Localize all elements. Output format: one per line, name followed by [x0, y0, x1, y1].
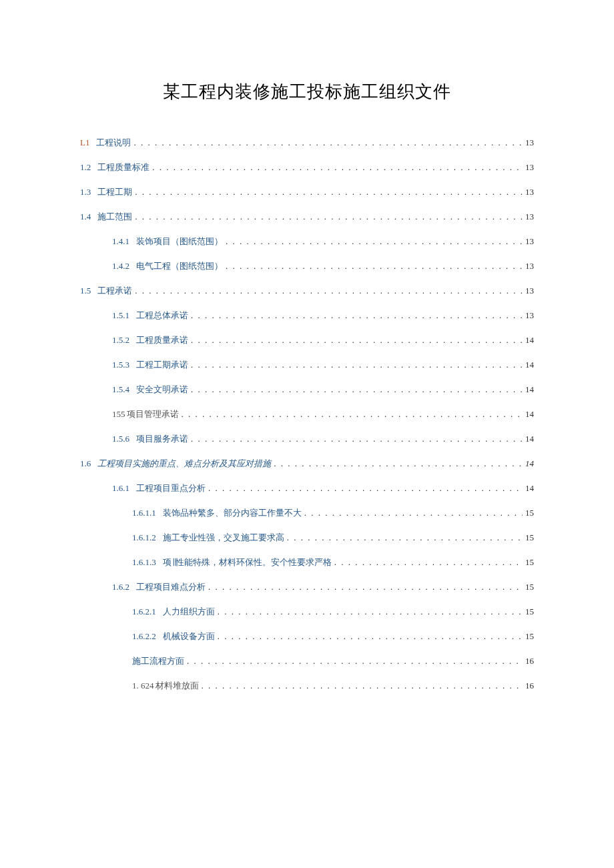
toc-number: 1.5: [80, 286, 91, 296]
toc-leader-dots: [226, 261, 523, 272]
toc-label: 装饰项目（图纸范围）: [136, 236, 223, 248]
toc-number: 1.6.2: [112, 582, 129, 592]
toc-number: 1.2: [80, 162, 91, 173]
toc-page-number: 14: [525, 458, 534, 469]
toc-leader-dots: [304, 508, 523, 518]
toc-leader-dots: [218, 631, 523, 642]
toc-leader-dots: [226, 236, 523, 247]
toc-number: 1.6: [80, 458, 91, 469]
toc-entry: 1.5.2工程质量承诺14: [80, 334, 534, 346]
toc-leader-dots: [152, 162, 523, 173]
toc-page-number: 16: [525, 681, 534, 691]
table-of-contents: L1工程说明131.2工程质量标准131.3工程工期131.4施工范围131.4…: [80, 137, 534, 692]
toc-entry: 1.5工程承诺13: [80, 285, 534, 297]
toc-entry: 1.6.2.1人力组织方面15: [80, 606, 534, 618]
toc-number: 1.5.6: [112, 434, 129, 444]
toc-label: 工程说明: [96, 137, 131, 149]
toc-number: 1. 624: [132, 681, 154, 691]
toc-leader-dots: [187, 656, 523, 667]
toc-page-number: 14: [525, 335, 534, 346]
toc-entry: 1.5.1工程总体承诺13: [80, 310, 534, 322]
toc-entry: 1.4.2电气工程（图纸范围）13: [80, 260, 534, 272]
toc-label: 装饰品种繁多、部分内容工作量不大: [163, 507, 302, 519]
toc-label: 项∣∣性能特殊，材料环保性。安个性要求严格: [163, 556, 332, 568]
toc-page-number: 15: [525, 508, 534, 518]
toc-label: 工程项目实施的重点、难点分析及其应对措施: [97, 458, 271, 470]
toc-leader-dots: [191, 360, 523, 370]
toc-label: 工程项目难点分析: [136, 581, 206, 593]
toc-label: 工程承诺: [97, 285, 132, 297]
toc-page-number: 13: [525, 236, 534, 247]
toc-page-number: 14: [525, 360, 534, 370]
toc-number: 1.5.4: [112, 384, 129, 395]
toc-leader-dots: [334, 557, 523, 568]
toc-entry: 1.3工程工期13: [80, 186, 534, 198]
toc-leader-dots: [208, 582, 523, 592]
toc-entry: 1. 624材料堆放面16: [80, 680, 534, 692]
toc-entry: 1.4.1装饰项目（图纸范围）13: [80, 236, 534, 248]
toc-label: 工程总体承诺: [136, 310, 188, 322]
toc-number: 1.5.1: [112, 310, 129, 321]
toc-label: 材料堆放面: [156, 680, 199, 692]
toc-page-number: 15: [525, 532, 534, 543]
toc-leader-dots: [133, 137, 523, 148]
toc-number: 1.4.2: [112, 261, 129, 272]
toc-leader-dots: [191, 434, 523, 444]
toc-page-number: 14: [525, 409, 534, 420]
toc-label: 工程工期: [97, 186, 132, 198]
toc-number: 1.4.1: [112, 236, 129, 247]
toc-page-number: 13: [525, 261, 534, 272]
toc-leader-dots: [287, 532, 523, 543]
toc-entry: 1.6工程项目实施的重点、难点分析及其应对措施14: [80, 458, 534, 470]
toc-leader-dots: [191, 384, 523, 395]
toc-label: 工程质量标准: [97, 161, 149, 173]
toc-label: 项目管理承诺: [127, 408, 179, 420]
toc-leader-dots: [191, 335, 523, 346]
toc-entry: 1.6.2.2机械设备方面15: [80, 630, 534, 642]
toc-number: 1.3: [80, 187, 91, 197]
toc-label: 机械设备方面: [163, 630, 215, 642]
toc-entry: 1.6.1.2施工专业性强，交叉施工要求高15: [80, 532, 534, 544]
toc-page-number: 15: [525, 606, 534, 617]
toc-number: 1.5.3: [112, 360, 129, 370]
toc-entry: 1.6.1工程项目重点分析14: [80, 482, 534, 494]
toc-page-number: 13: [525, 137, 534, 148]
toc-label: 工程工期承诺: [136, 359, 188, 371]
toc-entry: 施工流程方面16: [80, 655, 534, 667]
toc-number: 1.4: [80, 211, 91, 222]
toc-page-number: 15: [525, 582, 534, 592]
toc-entry: 1.5.4安全文明承诺14: [80, 384, 534, 396]
toc-leader-dots: [182, 409, 523, 420]
toc-label: 施工范围: [97, 211, 132, 223]
toc-entry: 1.5.6项目服务承诺14: [80, 433, 534, 445]
toc-entry: L1工程说明13: [80, 137, 534, 149]
toc-label: 安全文明承诺: [136, 384, 188, 396]
toc-page-number: 13: [525, 211, 534, 222]
toc-page-number: 16: [525, 656, 534, 667]
toc-page-number: 13: [525, 310, 534, 321]
toc-entry: 1.6.2工程项目难点分析15: [80, 581, 534, 593]
toc-label: 施工专业性强，交叉施工要求高: [163, 532, 284, 544]
toc-page-number: 13: [525, 286, 534, 296]
toc-leader-dots: [191, 310, 523, 321]
toc-leader-dots: [135, 187, 523, 197]
toc-number: 1.5.2: [112, 335, 129, 346]
toc-page-number: 14: [525, 384, 534, 395]
toc-leader-dots: [135, 211, 523, 222]
toc-page-number: 15: [525, 631, 534, 642]
toc-leader-dots: [202, 681, 523, 691]
toc-page-number: 14: [525, 483, 534, 494]
toc-entry: 1.2工程质量标准13: [80, 161, 534, 173]
toc-entry: 1.5.3工程工期承诺14: [80, 359, 534, 371]
toc-leader-dots: [208, 483, 523, 494]
toc-entry: 1.4施工范围13: [80, 211, 534, 223]
toc-label: 人力组织方面: [163, 606, 215, 618]
toc-entry: 155项目管理承诺14: [80, 408, 534, 420]
toc-page-number: 14: [525, 434, 534, 444]
toc-entry: 1.6.1.3项∣∣性能特殊，材料环保性。安个性要求严格15: [80, 556, 534, 568]
toc-leader-dots: [274, 458, 523, 469]
toc-label: 工程项目重点分析: [136, 482, 206, 494]
toc-page-number: 15: [525, 557, 534, 568]
toc-label: 工程质量承诺: [136, 334, 188, 346]
toc-number: 155: [112, 409, 125, 420]
